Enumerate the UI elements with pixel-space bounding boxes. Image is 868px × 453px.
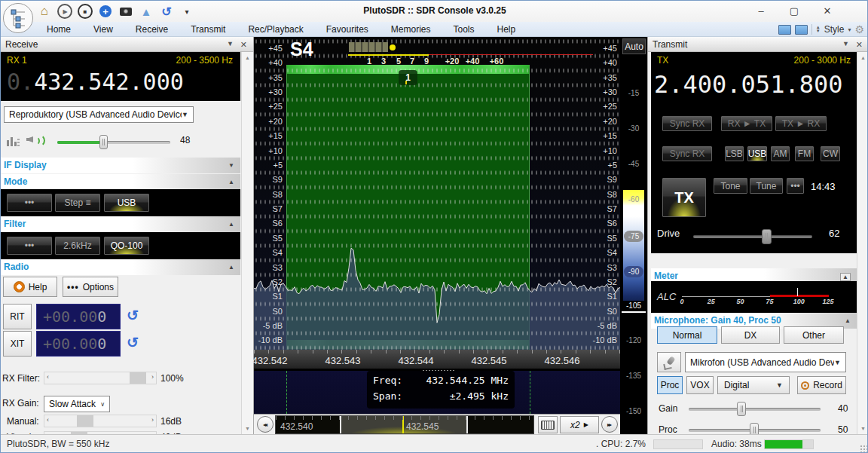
scroll-left-icon[interactable]: ‹ <box>47 373 49 381</box>
if-display-section-header[interactable]: IF Display▼ <box>1 158 240 173</box>
menu-item[interactable]: Rec/Playback <box>237 22 314 37</box>
transmit-panel-scrollbar[interactable]: ▲ ▼ <box>857 52 868 434</box>
mode-step-button[interactable]: Step ≡ <box>55 194 100 212</box>
rx-filter-scrollbar[interactable]: ‹ › <box>44 372 157 384</box>
level-scale-label[interactable]: -75 <box>624 231 643 242</box>
filter-section-header[interactable]: Filter▲ <box>1 216 240 232</box>
tx-more-button[interactable]: ••• <box>787 178 804 194</box>
sync-rx-button[interactable]: Sync RX <box>662 116 712 131</box>
expand-up-icon[interactable]: ▲ <box>228 179 234 185</box>
maximize-button[interactable]: ▢ <box>783 2 805 19</box>
volume-slider[interactable] <box>57 141 170 144</box>
waterfall-color-gradient[interactable] <box>623 190 644 311</box>
mode-section-header[interactable]: Mode▲ <box>1 174 240 190</box>
rx-gain-select[interactable]: Slow Attack∨ <box>44 396 110 412</box>
panel-close-icon[interactable]: ✕ <box>856 40 863 50</box>
drive-slider[interactable] <box>693 235 812 238</box>
manual-gain-scrollbar[interactable]: ‹ › <box>44 415 157 427</box>
expand-up-icon[interactable]: ▲ <box>228 264 234 271</box>
expand-up-icon[interactable]: ▲ <box>840 273 851 281</box>
record-button[interactable]: Record <box>797 376 846 394</box>
vox-button[interactable]: VOX <box>686 376 714 394</box>
rx-frequency-value[interactable]: 0.432.542.000 <box>7 69 184 95</box>
microphone-button[interactable] <box>657 352 681 372</box>
filter-width-button[interactable]: 2.6kHz <box>55 237 100 255</box>
tx-to-rx-button[interactable]: TX ► RX <box>775 116 827 131</box>
help-button[interactable]: Help <box>3 277 57 297</box>
digital-select[interactable]: Digital▼ <box>717 376 790 394</box>
minimize-button[interactable]: – <box>750 2 772 19</box>
radio-section-header[interactable]: Radio▲ <box>1 259 240 275</box>
tx-mode-lsb-button[interactable]: LSB <box>725 146 744 161</box>
expand-up-icon[interactable]: ▲ <box>228 221 234 228</box>
tune-button[interactable]: Tune <box>750 178 783 194</box>
mic-device-select[interactable]: Mikrofon (USB Advanced Audio Devi...▼ <box>685 352 846 372</box>
scroll-down-icon[interactable]: ▼ <box>242 423 253 434</box>
mic-proc-handle[interactable] <box>750 423 759 434</box>
expand-down-icon[interactable]: ▼ <box>228 162 234 169</box>
menu-item[interactable]: Transmit <box>179 22 237 37</box>
xit-display[interactable]: +00.000 <box>36 331 121 357</box>
volume-slider-handle[interactable] <box>99 135 108 149</box>
mode-more-button[interactable]: ••• <box>7 194 52 212</box>
resize-grip[interactable] <box>860 445 867 452</box>
tx-mode-am-button[interactable]: AM <box>771 146 790 161</box>
mic-profile-dx-button[interactable]: DX <box>721 326 780 344</box>
tx-mode-cw-button[interactable]: CW <box>821 146 840 161</box>
spectrum-plot[interactable]: S4 13579+20+40+60 +45+40+35+30+25+20+15+… <box>254 37 620 350</box>
speaker-icon[interactable] <box>26 133 43 145</box>
scroll-up-icon[interactable]: ▲ <box>857 52 868 63</box>
xit-button[interactable]: XIT <box>3 331 32 357</box>
mic-gain-slider[interactable] <box>689 408 821 411</box>
scroll-up-icon[interactable]: ▲ <box>242 52 253 63</box>
menu-item[interactable]: Memories <box>380 22 442 37</box>
zoom-button[interactable]: x2▶ <box>560 416 599 433</box>
tone-button[interactable]: Tone <box>714 178 747 194</box>
scroll-right-icon[interactable]: › <box>151 373 154 381</box>
level-scale-label[interactable]: -90 <box>624 266 643 277</box>
frequency-scale[interactable]: 432.542432.543432.544432.545432.546 <box>254 350 620 369</box>
menu-item[interactable]: Help <box>486 22 527 37</box>
audio-output-select[interactable]: Reproduktory (USB Advanced Audio Device)… <box>4 106 194 123</box>
manual-gain-thumb[interactable] <box>77 415 93 427</box>
rit-reset-icon[interactable]: ↺ <box>127 307 139 324</box>
style-menu[interactable]: Style <box>824 24 845 35</box>
close-button[interactable]: ✕ <box>816 2 839 19</box>
sync-rx-mode-button[interactable]: Sync RX <box>662 146 712 161</box>
app-logo-icon[interactable] <box>3 3 33 33</box>
rx-to-tx-button[interactable]: RX ► TX <box>721 116 772 131</box>
filter-more-button[interactable]: ••• <box>7 237 52 255</box>
auto-level-button[interactable]: Auto <box>622 38 646 54</box>
filter-qo100-button[interactable]: QO-100 <box>104 237 149 255</box>
mode-usb-button[interactable]: USB <box>104 194 149 212</box>
mic-profile-other-button[interactable]: Other <box>784 326 844 344</box>
xit-reset-icon[interactable]: ↺ <box>127 334 139 351</box>
menu-item[interactable]: Receive <box>124 22 179 37</box>
style-dropdown-icon[interactable]: ▾ <box>848 26 851 33</box>
gear-icon[interactable]: ⚙ <box>854 23 864 35</box>
expand-up-icon[interactable]: ▲ <box>845 317 851 324</box>
tx-mode-fm-button[interactable]: FM <box>795 146 814 161</box>
menu-item[interactable]: Home <box>35 22 82 37</box>
options-button[interactable]: •••Options <box>63 277 118 297</box>
level-scale-label[interactable]: -105 <box>623 301 644 311</box>
mic-profile-normal-button[interactable]: Normal <box>657 326 717 344</box>
collapse-ribbon-icon[interactable]: ▲▼ <box>816 26 821 33</box>
rit-button[interactable]: RIT <box>3 304 32 329</box>
scroll-right-icon[interactable]: › <box>151 416 154 424</box>
proc-toggle-button[interactable]: Proc <box>657 376 683 394</box>
rit-display[interactable]: +00.000 <box>36 304 121 329</box>
scroll-left-icon[interactable]: ‹ <box>47 416 49 424</box>
rx-marker[interactable]: 1 <box>399 70 417 85</box>
panel-collapse-icon[interactable]: ▼ <box>842 40 849 47</box>
tx-ptt-button[interactable]: TX <box>662 178 706 217</box>
monitor-icon[interactable] <box>778 25 791 35</box>
drive-slider-handle[interactable] <box>762 229 772 244</box>
menu-item[interactable]: Tools <box>442 22 486 37</box>
panel-close-icon[interactable]: ✕ <box>240 40 247 50</box>
panel-collapse-icon[interactable]: ▼ <box>227 40 234 47</box>
nav-right-button[interactable]: ▸▸ <box>601 416 618 433</box>
receive-panel-scrollbar[interactable]: ▲ ▼ <box>241 52 253 434</box>
tx-frequency-value[interactable]: 2.400.051.800 <box>654 70 842 99</box>
monitor-icon[interactable] <box>795 25 808 35</box>
